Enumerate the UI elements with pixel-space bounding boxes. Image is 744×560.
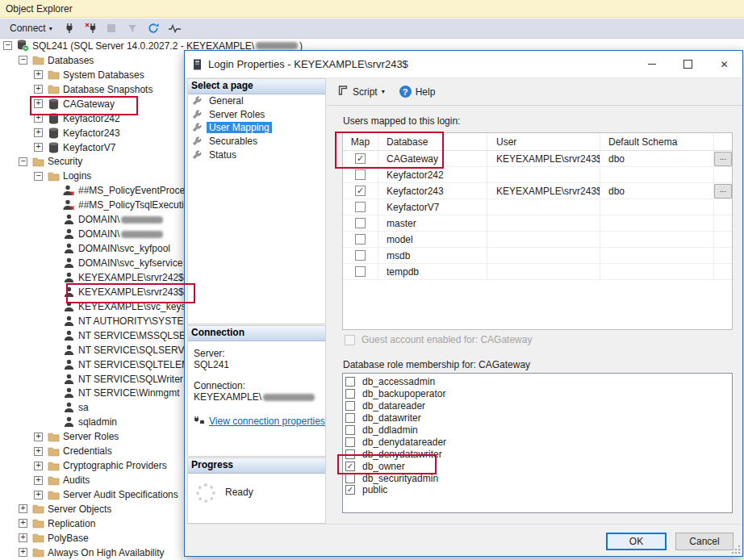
resize-grip[interactable] <box>732 545 741 554</box>
connect-plug-icon[interactable] <box>63 22 77 36</box>
dialog-titlebar[interactable]: Login Properties - KEYEXAMPLE\srvr243$ <box>185 51 742 78</box>
default-schema-cell[interactable] <box>600 248 714 263</box>
database-cell[interactable]: msdb <box>378 248 487 263</box>
default-schema-cell[interactable] <box>600 264 714 279</box>
user-cell[interactable] <box>487 264 600 279</box>
page-item-label: Server Roles <box>207 109 267 120</box>
database-cell[interactable]: model <box>378 232 487 247</box>
expand-toggle[interactable]: + <box>34 114 43 123</box>
map-checkbox[interactable] <box>355 218 366 228</box>
expand-toggle[interactable]: + <box>34 476 43 485</box>
default-schema-cell[interactable]: dbo <box>600 151 714 166</box>
user-cell[interactable] <box>487 215 600 231</box>
role-checkbox[interactable] <box>345 437 355 447</box>
expand-toggle[interactable]: + <box>34 447 43 456</box>
role-checkbox[interactable] <box>345 425 355 435</box>
collapse-toggle[interactable]: − <box>3 41 12 50</box>
close-button[interactable] <box>706 51 742 77</box>
script-button[interactable]: Script ▾ <box>332 82 390 101</box>
expand-toggle[interactable]: + <box>34 99 43 108</box>
role-checkbox[interactable] <box>345 474 355 483</box>
expand-toggle[interactable]: + <box>19 533 27 542</box>
default-schema-cell[interactable] <box>600 215 714 231</box>
ok-button[interactable]: OK <box>606 533 667 550</box>
user-cell[interactable] <box>487 248 600 263</box>
folder-icon <box>31 546 44 558</box>
expand-toggle[interactable]: + <box>34 85 43 94</box>
role-checkbox[interactable] <box>345 401 355 411</box>
map-checkbox[interactable] <box>355 250 366 261</box>
map-checkbox[interactable] <box>355 169 366 180</box>
tree-item-label: Replication <box>48 518 95 529</box>
database-cell[interactable]: master <box>378 215 487 231</box>
page-item-securables[interactable]: Securables <box>188 135 325 148</box>
folder-icon <box>47 489 60 501</box>
page-item-server-roles[interactable]: Server Roles <box>188 108 325 122</box>
user-mapping-table: MapDatabaseUserDefault SchemaCAGatewayKE… <box>342 132 733 330</box>
default-schema-cell[interactable] <box>600 232 714 247</box>
help-icon: ? <box>399 86 412 98</box>
activity-monitor-icon[interactable] <box>168 22 182 36</box>
page-item-general[interactable]: General <box>188 94 325 108</box>
role-checkbox[interactable] <box>345 462 355 471</box>
page-item-user-mapping[interactable]: User Mapping <box>188 121 325 135</box>
expand-toggle[interactable]: + <box>34 70 43 79</box>
filter-icon <box>126 22 140 36</box>
expand-toggle[interactable]: + <box>19 519 27 528</box>
default-schema-cell[interactable] <box>600 199 714 215</box>
progress-status: Ready <box>225 487 253 498</box>
database-cell[interactable]: KeyfactorV7 <box>378 199 487 215</box>
expand-toggle[interactable]: + <box>19 504 27 513</box>
help-button[interactable]: ? Help <box>395 83 441 100</box>
view-connection-properties-link[interactable]: View connection properties <box>209 416 325 427</box>
expand-toggle[interactable]: + <box>34 491 43 499</box>
guest-account-checkbox <box>345 335 355 345</box>
maximize-button[interactable] <box>670 51 706 77</box>
user-icon <box>62 271 75 283</box>
role-name: db_datareader <box>362 400 425 412</box>
refresh-icon[interactable] <box>147 22 161 36</box>
expand-toggle[interactable]: + <box>34 128 43 137</box>
user-cell[interactable]: KEYEXAMPLE\srvr243$ <box>487 151 600 166</box>
map-checkbox[interactable] <box>355 266 366 277</box>
table-header-row: MapDatabaseUserDefault Schema <box>343 133 732 151</box>
connect-dropdown-button[interactable]: Connect ▾ <box>6 21 56 36</box>
collapse-toggle[interactable]: − <box>19 157 27 166</box>
database-cell[interactable]: CAGateway <box>378 151 487 166</box>
role-checkbox[interactable] <box>345 413 355 423</box>
map-checkbox[interactable] <box>355 153 366 164</box>
minimize-button[interactable] <box>633 51 670 77</box>
database-cell[interactable]: Keyfactor242 <box>378 167 487 182</box>
page-item-label: General <box>207 95 246 107</box>
database-cell[interactable]: Keyfactor243 <box>378 183 487 199</box>
collapse-toggle[interactable]: − <box>34 172 43 181</box>
disconnect-plug-icon[interactable] <box>84 22 98 36</box>
map-checkbox[interactable] <box>355 186 366 196</box>
role-checkbox[interactable] <box>345 485 355 495</box>
expand-toggle[interactable]: + <box>34 433 43 441</box>
map-checkbox[interactable] <box>355 202 366 212</box>
database-cell[interactable]: tempdb <box>378 264 487 279</box>
collapse-toggle[interactable]: − <box>19 56 27 65</box>
default-schema-cell[interactable]: dbo <box>600 183 714 199</box>
map-checkbox[interactable] <box>355 234 366 244</box>
expand-toggle[interactable]: + <box>34 143 43 152</box>
role-checkbox[interactable] <box>345 389 355 399</box>
user-cell[interactable]: KEYEXAMPLE\srvr243$ <box>487 183 600 199</box>
user-cell[interactable] <box>487 232 600 247</box>
role-name: db_owner <box>362 461 405 472</box>
page-item-status[interactable]: Status <box>188 148 325 161</box>
tree-item-label: NT AUTHORITY\SYSTEM <box>78 316 191 327</box>
user-cell[interactable] <box>487 199 600 215</box>
default-schema-cell[interactable] <box>600 167 714 182</box>
wrench-icon <box>192 110 203 119</box>
expand-toggle[interactable]: + <box>34 462 43 470</box>
tree-item-label: KEYEXAMPLE\svc_keyse <box>78 301 191 312</box>
role-checkbox[interactable] <box>345 377 355 387</box>
browse-schema-button[interactable]: ... <box>714 184 732 199</box>
user-cell[interactable] <box>487 167 600 182</box>
role-checkbox[interactable] <box>345 449 355 459</box>
cancel-button[interactable]: Cancel <box>675 533 734 550</box>
browse-schema-button[interactable]: ... <box>714 152 732 166</box>
expand-toggle[interactable]: + <box>19 548 27 557</box>
